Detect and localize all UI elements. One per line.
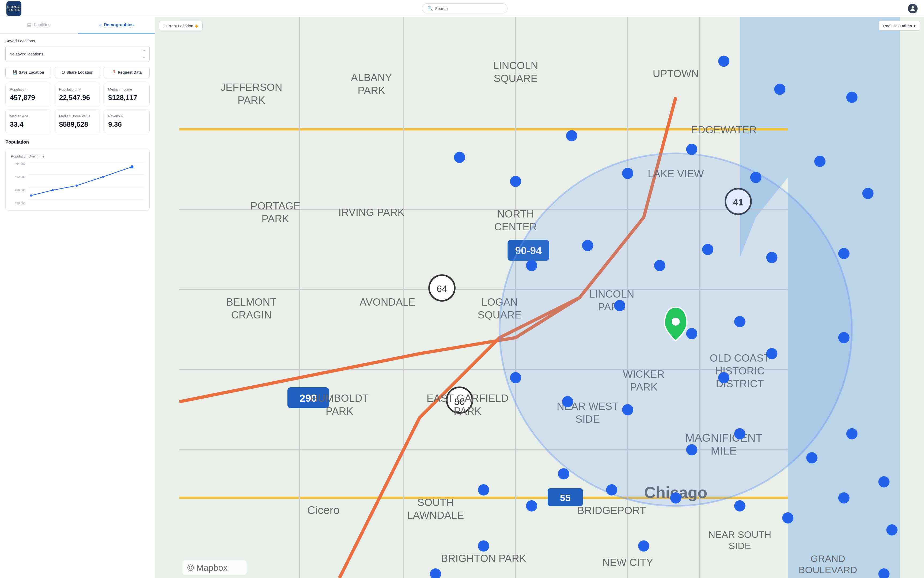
svg-text:NEW CITY: NEW CITY	[602, 557, 653, 568]
svg-text:IRVING PARK: IRVING PARK	[338, 206, 405, 218]
svg-text:LINCOLN: LINCOLN	[493, 60, 538, 71]
svg-point-102	[766, 348, 778, 359]
svg-point-7	[102, 176, 104, 178]
svg-point-4	[30, 195, 32, 196]
svg-text:UPTOWN: UPTOWN	[653, 68, 699, 79]
stats-grid: Population 457,879 Population/mi² 22,547…	[0, 83, 155, 136]
svg-point-97	[838, 248, 850, 259]
logo: STORAGE SPOTTER	[6, 1, 21, 16]
stat-poverty-value: 9.36	[108, 120, 145, 128]
svg-point-108	[734, 428, 746, 440]
saved-locations-dropdown[interactable]: No saved locations ⌃⌄	[5, 46, 150, 62]
radius-button[interactable]: Radius: 3 miles ▾	[879, 21, 920, 31]
tab-demographics[interactable]: ≡ Demographics	[78, 17, 155, 34]
svg-text:BRIDGEPORT: BRIDGEPORT	[578, 505, 646, 516]
svg-text:55: 55	[560, 492, 571, 503]
saved-locations-label: Saved Locations	[5, 39, 150, 43]
share-location-button[interactable]: ⬡ Share Location	[55, 67, 100, 78]
stat-income: Median Income $128,117	[104, 83, 150, 106]
svg-text:EDGEWATER: EDGEWATER	[691, 124, 757, 136]
svg-point-114	[526, 500, 537, 511]
svg-point-109	[806, 452, 817, 463]
saved-locations-section: Saved Locations No saved locations ⌃⌄	[0, 34, 155, 67]
svg-point-91	[863, 188, 874, 199]
svg-point-87	[622, 168, 633, 179]
stat-population: Population 457,879	[5, 83, 52, 106]
stat-age-value: 33.4	[10, 120, 47, 128]
map-area[interactable]: 290 90-94 41 64 55 50 JEFFERSON PARK ALB…	[155, 17, 924, 578]
action-buttons-row: 💾 Save Location ⬡ Share Location ❓ Reque…	[0, 67, 155, 83]
stat-income-value: $128,117	[108, 94, 145, 102]
svg-point-122	[638, 540, 649, 552]
svg-point-92	[526, 260, 537, 271]
svg-point-123	[478, 540, 489, 552]
stat-income-label: Median Income	[108, 87, 145, 91]
share-location-label: Share Location	[66, 70, 94, 75]
svg-point-94	[654, 260, 665, 271]
stat-density: Population/mi² 22,547.96	[55, 83, 100, 106]
svg-point-103	[838, 332, 850, 343]
radius-label: Radius:	[883, 24, 897, 28]
svg-text:AVONDALE: AVONDALE	[359, 296, 416, 308]
svg-point-6	[76, 185, 78, 187]
svg-point-119	[838, 492, 850, 503]
population-section-title: Population	[5, 140, 150, 145]
tab-facilities[interactable]: ▤ Facilities	[0, 17, 78, 34]
tab-facilities-label: Facilities	[34, 23, 50, 27]
location-diamond-icon: ◆	[195, 23, 198, 28]
svg-text:PORTAGE: PORTAGE	[251, 200, 301, 212]
radius-chevron-icon: ▾	[914, 23, 916, 28]
svg-text:BELMONT: BELMONT	[226, 296, 277, 308]
y-label-0: 464,000	[11, 162, 27, 165]
chevron-updown-icon: ⌃⌄	[142, 49, 146, 59]
svg-text:CRAGIN: CRAGIN	[231, 309, 272, 321]
svg-point-112	[558, 468, 570, 479]
svg-point-8	[131, 165, 134, 169]
chart-plot	[29, 162, 144, 200]
request-data-button[interactable]: ❓ Request Data	[104, 67, 150, 78]
svg-point-110	[846, 428, 858, 440]
svg-text:PARK: PARK	[262, 213, 289, 224]
svg-point-86	[510, 176, 521, 187]
svg-point-89	[750, 172, 762, 183]
search-input[interactable]	[435, 6, 502, 11]
svg-text:SOUTH: SOUTH	[417, 497, 454, 508]
logo-area: STORAGE SPOTTER	[6, 1, 21, 16]
facilities-icon: ▤	[27, 22, 32, 28]
search-bar[interactable]: 🔍	[422, 3, 508, 13]
save-location-button[interactable]: 💾 Save Location	[5, 67, 52, 78]
svg-text:HUMBOLDT: HUMBOLDT	[310, 392, 369, 404]
svg-point-99	[686, 328, 697, 339]
svg-point-96	[766, 252, 778, 263]
search-icon: 🔍	[427, 6, 433, 11]
svg-text:BOULEVARD: BOULEVARD	[799, 565, 858, 575]
svg-point-115	[606, 484, 617, 495]
svg-text:© Mapbox: © Mapbox	[188, 563, 228, 573]
map-svg-background: 290 90-94 41 64 55 50 JEFFERSON PARK ALB…	[155, 17, 924, 578]
population-section: Population	[0, 136, 155, 145]
current-location-button[interactable]: Current Location ◆	[159, 21, 202, 31]
user-avatar[interactable]	[908, 4, 918, 13]
radius-value: 3 miles	[898, 24, 912, 28]
svg-point-106	[622, 404, 633, 416]
save-icon: 💾	[13, 70, 17, 75]
left-panel: ▤ Facilities ≡ Demographics Saved Locati…	[0, 17, 155, 578]
svg-point-116	[670, 492, 681, 503]
stat-density-value: 22,547.96	[59, 94, 96, 102]
main-layout: ▤ Facilities ≡ Demographics Saved Locati…	[0, 17, 924, 578]
stat-home-value-label: Median Home Value	[59, 114, 96, 118]
svg-text:EAST GARFIELD: EAST GARFIELD	[427, 392, 508, 404]
svg-point-88	[686, 144, 697, 155]
stat-age: Median Age 33.4	[5, 110, 52, 133]
save-location-label: Save Location	[19, 70, 44, 75]
svg-point-126	[672, 318, 680, 326]
svg-point-85	[454, 152, 465, 163]
svg-text:GRAND: GRAND	[811, 554, 845, 564]
stat-home-value: Median Home Value $589,628	[55, 110, 100, 133]
logo-line1: STORAGE	[7, 6, 20, 8]
header: STORAGE SPOTTER 🔍	[0, 0, 924, 17]
svg-point-93	[582, 240, 594, 251]
y-label-1: 462,000	[11, 175, 27, 179]
y-label-2: 460,000	[11, 188, 27, 192]
svg-point-113	[478, 484, 489, 495]
